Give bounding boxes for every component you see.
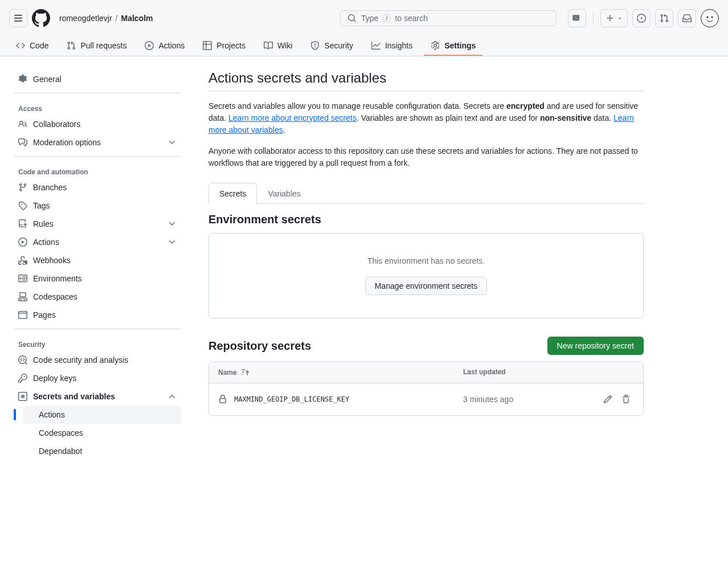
top-header: romeogdetlevjr / Malcolm Type / to searc… xyxy=(0,0,728,56)
sidebar-sub-item-actions[interactable]: Actions xyxy=(23,406,181,424)
tab-secrets[interactable]: Secrets xyxy=(208,183,257,204)
issue-opened-icon xyxy=(637,14,646,23)
sidebar-item-rules[interactable]: Rules xyxy=(14,215,181,233)
sidebar-item-collaborators[interactable]: Collaborators xyxy=(14,115,181,133)
tab-security[interactable]: Security xyxy=(304,36,360,56)
environment-secrets-blankslate: This environment has no secrets. Manage … xyxy=(208,233,644,318)
tab-code[interactable]: Code xyxy=(9,36,55,56)
tab-insights-label: Insights xyxy=(385,41,412,50)
sidebar-sub-item-codespaces[interactable]: Codespaces xyxy=(23,424,181,442)
sidebar-item-codespaces[interactable]: Codespaces xyxy=(14,288,181,306)
search-icon xyxy=(347,14,357,23)
blankslate-message: This environment has no secrets. xyxy=(232,256,620,265)
trash-icon xyxy=(621,395,631,404)
search-placeholder-post: to search xyxy=(395,14,428,23)
sidebar-item-secrets-vars[interactable]: Secrets and variables xyxy=(14,387,181,406)
tab-pulls[interactable]: Pull requests xyxy=(60,36,133,56)
repo-link[interactable]: Malcolm xyxy=(121,14,153,23)
sidebar-item-deploy-keys[interactable]: Deploy keys xyxy=(14,369,181,387)
tab-settings[interactable]: Settings xyxy=(424,36,482,56)
sidebar-item-label: Dependabot xyxy=(39,447,82,456)
sidebar-item-label: General xyxy=(33,75,62,84)
hamburger-menu[interactable] xyxy=(9,9,27,27)
tab-code-label: Code xyxy=(30,41,48,50)
people-icon xyxy=(18,120,27,129)
manage-environment-secrets-button[interactable]: Manage environment secrets xyxy=(365,277,488,295)
webhook-icon xyxy=(18,256,27,265)
sidebar-heading-access: Access xyxy=(14,98,181,115)
sidebar-item-label: Pages xyxy=(33,310,56,320)
intro-text-part: . Variables are shown as plain text and … xyxy=(357,113,540,122)
tab-actions[interactable]: Actions xyxy=(138,36,191,56)
tab-insights[interactable]: Insights xyxy=(365,36,419,56)
sidebar-item-label: Branches xyxy=(33,183,67,192)
shield-icon xyxy=(310,41,320,50)
sidebar-item-label: Environments xyxy=(33,274,82,283)
sidebar-item-moderation[interactable]: Moderation options xyxy=(14,133,181,152)
sidebar-item-pages[interactable]: Pages xyxy=(14,306,181,324)
sidebar-item-branches[interactable]: Branches xyxy=(14,178,181,197)
tab-wiki[interactable]: Wiki xyxy=(257,36,299,56)
terminal-icon xyxy=(572,14,582,23)
sidebar-item-tags[interactable]: Tags xyxy=(14,197,181,215)
triangle-down-icon xyxy=(617,15,623,21)
delete-secret-button[interactable] xyxy=(618,391,634,407)
owner-link[interactable]: romeogdetlevjr xyxy=(59,14,112,23)
plus-icon xyxy=(606,14,615,23)
book-icon xyxy=(264,41,273,50)
intro-text-strong: non-sensitive xyxy=(540,113,591,122)
issues-button[interactable] xyxy=(632,9,651,27)
secret-row: MAXMIND_GEOIP_DB_LICENSE_KEY 3 minutes a… xyxy=(209,383,643,415)
table-header: Name Last updated xyxy=(209,362,643,383)
sidebar-sub-item-dependabot[interactable]: Dependabot xyxy=(23,442,181,460)
sidebar-item-label: Actions xyxy=(33,238,59,247)
sidebar-item-webhooks[interactable]: Webhooks xyxy=(14,251,181,269)
sidebar-item-label: Deploy keys xyxy=(33,374,76,383)
intro-text-part: . xyxy=(283,125,285,134)
chevron-down-icon xyxy=(167,219,177,228)
sidebar-item-general[interactable]: General xyxy=(14,70,181,88)
table-icon xyxy=(203,41,212,50)
user-avatar[interactable] xyxy=(701,9,719,27)
header-row: romeogdetlevjr / Malcolm Type / to searc… xyxy=(9,9,719,27)
pull-requests-button[interactable] xyxy=(655,9,673,27)
main-layout: General Access Collaborators Moderation … xyxy=(0,56,728,478)
content: Actions secrets and variables Secrets an… xyxy=(199,56,666,478)
sidebar-item-environments[interactable]: Environments xyxy=(14,269,181,288)
key-icon xyxy=(18,374,27,383)
sidebar-item-code-security[interactable]: Code security and analysis xyxy=(14,351,181,369)
create-new-button[interactable] xyxy=(600,9,628,27)
github-logo[interactable] xyxy=(32,9,50,27)
col-name-header[interactable]: Name xyxy=(218,368,463,377)
search-input[interactable]: Type / to search xyxy=(340,10,557,26)
pencil-icon xyxy=(603,395,612,404)
sidebar-heading-code: Code and automation xyxy=(14,161,181,178)
sidebar-item-label: Codespaces xyxy=(33,292,77,301)
learn-secrets-link[interactable]: Learn more about encrypted secrets xyxy=(228,113,357,122)
command-palette-button[interactable] xyxy=(568,9,586,27)
tag-icon xyxy=(18,201,27,210)
sidebar-heading-security: Security xyxy=(14,334,181,351)
tab-projects[interactable]: Projects xyxy=(196,36,252,56)
avatar-icon xyxy=(703,11,717,25)
sidebar-item-label: Actions xyxy=(39,410,65,419)
tab-actions-label: Actions xyxy=(158,41,185,50)
new-repository-secret-button[interactable]: New repository secret xyxy=(547,337,644,355)
sidebar-item-actions[interactable]: Actions xyxy=(14,233,181,251)
svg-point-1 xyxy=(711,17,713,18)
inbox-icon xyxy=(682,14,692,23)
sort-icon xyxy=(240,368,250,377)
divider xyxy=(593,13,594,24)
gear-icon xyxy=(18,75,27,84)
tab-variables[interactable]: Variables xyxy=(257,183,311,204)
repo-push-icon xyxy=(18,219,27,228)
server-icon xyxy=(18,274,27,283)
tab-security-label: Security xyxy=(324,41,353,50)
edit-secret-button[interactable] xyxy=(600,391,616,407)
col-updated-header: Last updated xyxy=(463,368,588,377)
tab-projects-label: Projects xyxy=(216,41,246,50)
chevron-down-icon xyxy=(167,238,177,247)
intro-text: Secrets and variables allow you to manag… xyxy=(208,100,644,169)
notifications-button[interactable] xyxy=(678,9,696,27)
breadcrumb-separator: / xyxy=(116,14,118,23)
